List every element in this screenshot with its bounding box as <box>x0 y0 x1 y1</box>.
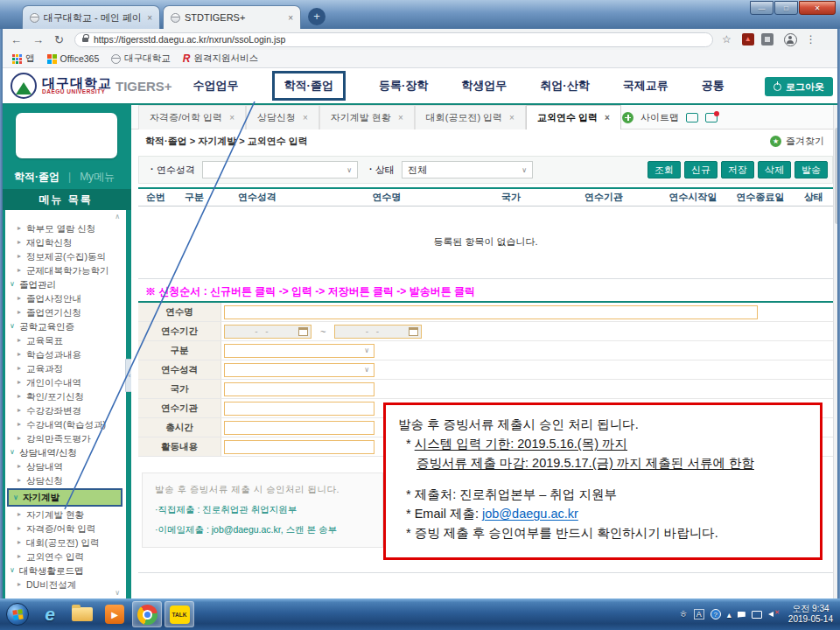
sidebar-menu-item[interactable]: 상담신청 <box>5 473 126 487</box>
sidebar-menu-item[interactable]: 학습성과내용 <box>5 347 126 361</box>
end-date-input[interactable]: - - <box>334 325 422 339</box>
show-hidden-icons[interactable]: ▴ <box>727 610 732 620</box>
bookmark-star-icon[interactable]: ☆ <box>722 33 732 46</box>
favorite-link[interactable]: 즐겨찾기 <box>786 135 824 148</box>
sidebar-menu-item[interactable]: 자기계발 <box>7 488 122 507</box>
extension-icon[interactable] <box>761 33 774 46</box>
calendar-icon[interactable] <box>409 327 418 336</box>
sidebar-menu-item[interactable]: 자격증/어학 입력 <box>5 522 126 536</box>
ie-taskbar-icon[interactable]: e <box>35 601 65 627</box>
nav-item[interactable]: 공통 <box>702 78 724 94</box>
action-button[interactable]: 저장 <box>721 161 754 178</box>
close-tab-icon[interactable]: × <box>147 13 152 23</box>
speaker-muted-icon[interactable] <box>768 610 779 619</box>
nav-item[interactable]: 국제교류 <box>623 78 668 94</box>
media-player-taskbar-icon[interactable]: ▶ <box>100 601 130 627</box>
sidebar-menu-item[interactable]: 군제대복학가능학기 <box>5 263 126 277</box>
profile-icon[interactable] <box>784 33 797 46</box>
close-tab-icon[interactable]: × <box>288 13 293 23</box>
chrome-taskbar-icon[interactable] <box>132 601 162 627</box>
workspace-tab[interactable]: 대회(공모전) 입력 × <box>415 105 526 130</box>
training-name-input[interactable] <box>224 305 758 319</box>
close-tab-icon[interactable]: × <box>398 113 403 122</box>
sidebar-menu-item[interactable]: 자기계발 현황 <box>5 508 126 522</box>
sidebar-tab-mymenu[interactable]: My메뉴 <box>80 170 115 185</box>
workspace-tab[interactable]: 교외연수 입력 × <box>526 105 621 130</box>
action-button[interactable]: 조회 <box>648 161 681 178</box>
start-button[interactable] <box>3 601 32 627</box>
nav-item[interactable]: 수업업무 <box>193 78 239 94</box>
action-button[interactable]: 삭제 <box>758 161 791 178</box>
reload-icon[interactable]: ↻ <box>54 33 64 46</box>
network-monitor-icon[interactable] <box>752 611 762 619</box>
training-type-form-select[interactable]: ∨ <box>224 363 374 377</box>
ime-language-indicator[interactable]: A <box>694 609 704 620</box>
sidebar-menu-item[interactable]: 졸업연기신청 <box>5 305 126 319</box>
sidebar-menu-item[interactable]: 졸업관리 <box>5 277 126 291</box>
close-tab-icon[interactable]: × <box>303 113 308 122</box>
sidebar-menu-item[interactable]: 개인이수내역 <box>5 375 126 389</box>
workspace-tab[interactable]: 자기계발 현황 × <box>319 105 415 130</box>
help-tray-icon[interactable]: ? <box>710 609 721 620</box>
scroll-up-icon[interactable]: ∧ <box>115 213 120 220</box>
sidebar-menu-item[interactable]: 수강강좌변경 <box>5 403 126 417</box>
action-button[interactable]: 발송 <box>794 161 828 178</box>
maximize-button[interactable]: □ <box>774 1 798 15</box>
bookmark-remote-support[interactable]: R 원격지원서비스 <box>183 52 258 65</box>
close-tab-icon[interactable]: × <box>229 113 234 122</box>
new-window-icon[interactable] <box>686 113 698 122</box>
minimize-button[interactable]: — <box>750 1 774 15</box>
email-link[interactable]: job@daegu.ac.kr <box>482 507 578 521</box>
browser-tab-2[interactable]: STDTIGERS+ × <box>163 5 301 29</box>
bookmark-apps[interactable]: 앱 <box>12 52 35 65</box>
close-tab-icon[interactable]: × <box>509 113 514 122</box>
sidebar-menu-item[interactable]: 확인/포기신청 <box>5 389 126 403</box>
sidebar-menu-item[interactable]: 상담내역/신청 <box>5 445 126 459</box>
sidebar-tab-haksa[interactable]: 학적·졸업 <box>14 170 60 185</box>
sitemap-link[interactable]: 사이트맵 <box>640 111 679 124</box>
explorer-taskbar-icon[interactable] <box>67 601 97 627</box>
browser-menu-icon[interactable]: ⋮ <box>806 33 816 46</box>
browser-tab-1[interactable]: 대구대학교 - 메인 페이지 × <box>22 5 160 29</box>
total-hours-input[interactable] <box>224 421 374 435</box>
back-icon[interactable]: ← <box>10 33 22 46</box>
sidebar-menu-item[interactable]: 수강내역(학습성과) <box>5 417 126 431</box>
sidebar-menu-item[interactable]: 정보제공(수집)동의 <box>5 249 126 263</box>
bookmark-office365[interactable]: Office365 <box>47 53 100 64</box>
address-bar[interactable]: https://tigersstd.daegu.ac.kr/nxrun/ssoL… <box>74 32 713 47</box>
nav-item[interactable]: 학생업무 <box>461 78 507 94</box>
start-date-input[interactable]: - - <box>224 325 312 339</box>
sidebar-menu-item[interactable]: 재입학신청 <box>5 235 126 249</box>
close-window-button[interactable]: ✕ <box>799 1 836 15</box>
status-select[interactable]: 전체 ∨ <box>402 161 533 178</box>
sidebar-menu-item[interactable]: 공학교육인증 <box>5 319 126 333</box>
sidebar-menu-item[interactable]: DU비전설계 <box>5 578 126 592</box>
category-select[interactable]: ∨ <box>224 344 374 358</box>
nav-item[interactable]: 등록·장학 <box>379 78 428 94</box>
activity-input[interactable] <box>224 440 374 454</box>
action-center-flag-icon[interactable] <box>738 612 746 618</box>
workspace-tab[interactable]: 자격증/어학 입력 × <box>138 105 246 130</box>
close-tab-icon[interactable]: × <box>605 113 610 122</box>
close-all-windows-icon[interactable] <box>705 113 718 122</box>
logout-button[interactable]: 로그아웃 <box>765 77 833 96</box>
kakaotalk-taskbar-icon[interactable]: TALK <box>164 601 194 627</box>
sidebar-menu-item[interactable]: 교외연수 입력 <box>5 550 126 564</box>
university-logo[interactable]: 대구대학교 DAEGU UNIVERSITY TIGERS+ <box>10 73 172 99</box>
sidebar-menu-item[interactable]: 졸업사정안내 <box>5 291 126 305</box>
sidebar-menu-item[interactable]: 교육과정 <box>5 361 126 375</box>
nav-item[interactable]: 취업·산학 <box>540 78 589 94</box>
sidebar-menu-item[interactable]: 강의만족도평가 <box>5 431 126 445</box>
institution-input[interactable] <box>224 402 374 416</box>
ime-korean-indicator[interactable]: ㅎ <box>679 608 688 620</box>
nav-item[interactable]: 학적·졸업 <box>272 71 346 101</box>
country-input[interactable] <box>224 382 374 396</box>
sidebar-menu-item[interactable]: 대학생활로드맵 <box>5 564 126 578</box>
action-button[interactable]: 신규 <box>684 161 718 178</box>
adobe-extension-icon[interactable]: ▲ <box>742 33 754 46</box>
clock[interactable]: 오전 9:34 2019-05-14 <box>788 604 833 626</box>
workspace-tab[interactable]: 상담신청 × <box>246 105 319 130</box>
calendar-icon[interactable] <box>298 327 308 336</box>
bookmark-daegu[interactable]: 대구대학교 <box>111 52 171 65</box>
forward-icon[interactable]: → <box>32 33 44 46</box>
